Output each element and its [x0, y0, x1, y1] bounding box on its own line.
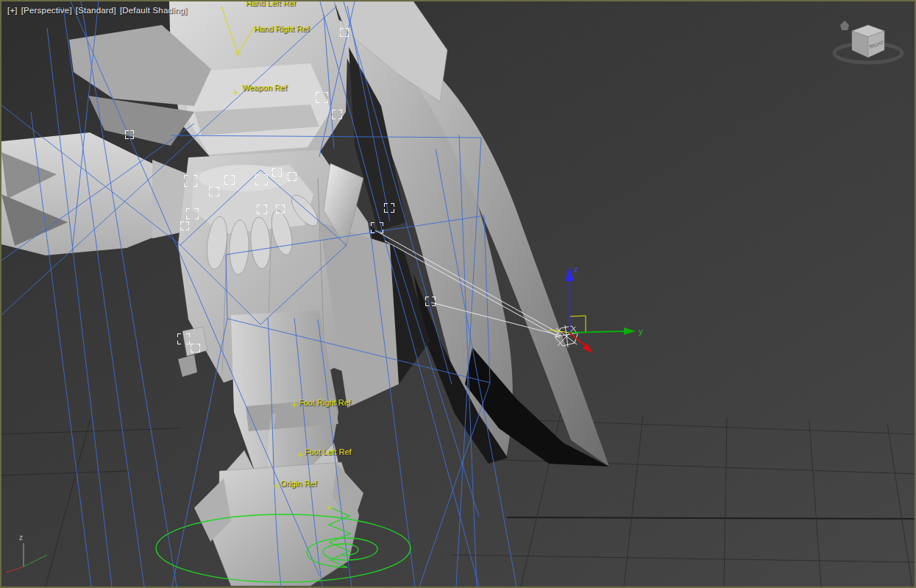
viewport-render-preset-menu[interactable]: [Standard] [76, 6, 116, 15]
viewport-frame[interactable]: z y z RIGHT [0, 0, 916, 588]
selection-bracket [209, 187, 219, 196]
gizmo-x-axis[interactable] [569, 333, 593, 353]
selection-bracket [191, 344, 200, 353]
selection-bracket [425, 297, 436, 306]
viewcube-home-icon[interactable] [840, 21, 849, 30]
selection-bracket [184, 175, 197, 187]
gizmo-y-label: y [639, 327, 643, 336]
world-axis-tripod: z [6, 534, 47, 573]
viewport-pov-menu[interactable]: [Perspective] [21, 6, 72, 15]
character-model[interactable] [1, 1, 609, 586]
ref-label-hand-right[interactable]: Hand Right Ref [254, 24, 309, 33]
selection-bracket [180, 222, 189, 230]
ref-label-foot-right[interactable]: Foot Right Ref [299, 398, 351, 407]
selection-bracket [255, 174, 268, 185]
gizmo-z-label: z [574, 265, 578, 274]
ground-grid [1, 414, 915, 587]
selection-bracket [276, 205, 285, 213]
viewcube[interactable]: RIGHT [834, 21, 902, 63]
viewport-label-bar: [+] [Perspective] [Standard] [Default Sh… [7, 6, 188, 15]
selection-bracket [272, 168, 282, 177]
ref-label-weapon[interactable]: Weapon Ref [242, 83, 287, 92]
ref-label-hand-left[interactable]: Hand Left Ref [246, 0, 296, 7]
viewport-shading-menu[interactable]: [Default Shading] [120, 6, 188, 15]
selection-bracket [340, 28, 349, 37]
ref-label-origin[interactable]: Origin Ref [280, 479, 317, 488]
ref-label-foot-left[interactable]: Foot Left Ref [305, 447, 352, 456]
selection-bracket [332, 110, 342, 119]
gizmo-z-axis[interactable]: z [565, 265, 578, 333]
selection-bracket [288, 172, 297, 181]
selection-bracket [371, 222, 383, 233]
selection-bracket [316, 92, 328, 103]
world-axis-z-label: z [19, 534, 23, 542]
selection-bracket [257, 205, 267, 214]
viewport-general-menu[interactable]: [+] [7, 6, 18, 15]
selection-bracket [384, 203, 394, 213]
selection-bracket [224, 175, 235, 185]
viewport-scene[interactable]: z y z RIGHT [1, 1, 915, 587]
gizmo-y-axis[interactable]: y [569, 327, 643, 336]
selection-bracket [177, 333, 190, 344]
selection-bracket [125, 130, 134, 139]
selection-bracket [186, 208, 199, 219]
